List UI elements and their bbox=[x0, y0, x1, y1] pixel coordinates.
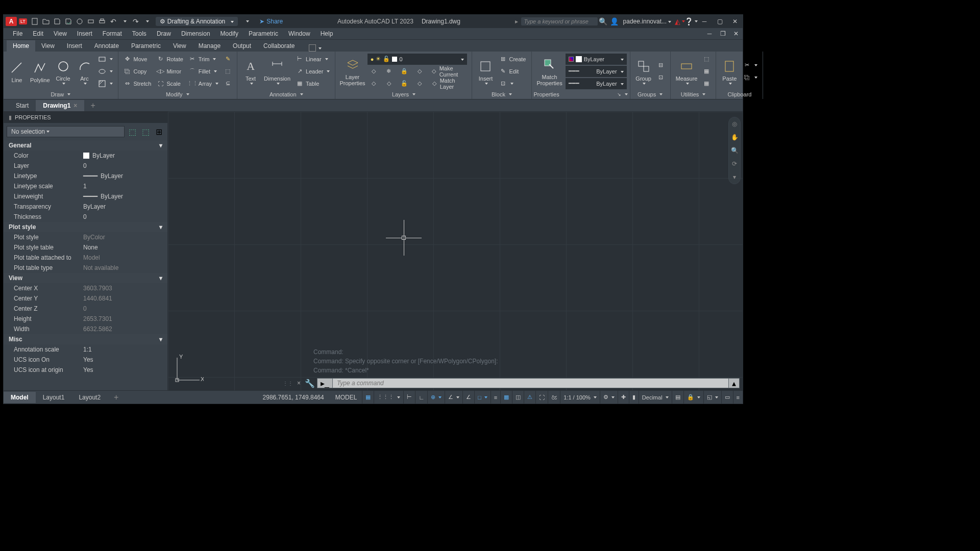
layer-uniso-icon[interactable]: ◇ bbox=[413, 78, 426, 89]
open-icon[interactable] bbox=[40, 16, 52, 27]
nav-zoom-icon[interactable]: 🔍 bbox=[730, 146, 739, 155]
clean-screen-icon[interactable]: ▭ bbox=[721, 391, 733, 404]
properties-titlebar[interactable]: ▮PROPERTIES bbox=[4, 112, 167, 123]
cmdline-close-icon[interactable]: × bbox=[297, 380, 301, 387]
layouttab-layout2[interactable]: Layout2 bbox=[71, 392, 108, 403]
layer-on-icon[interactable]: ◇ bbox=[368, 78, 380, 89]
dimension-button[interactable]: Dimension bbox=[262, 57, 292, 86]
lineweight-toggle[interactable]: ≡ bbox=[491, 391, 500, 404]
layouttab-layout1[interactable]: Layout1 bbox=[36, 392, 72, 403]
ribbontab-view2[interactable]: View bbox=[167, 40, 192, 52]
linear-button[interactable]: ⊢Linear bbox=[293, 54, 332, 65]
prop-plottype[interactable]: Plot table typeNot available bbox=[4, 263, 167, 273]
infer-toggle[interactable]: ⊢ bbox=[403, 391, 415, 404]
layer-unlock-icon[interactable]: 🔓 bbox=[398, 78, 410, 89]
line-button[interactable]: Line bbox=[7, 59, 27, 84]
workspace-dropdown[interactable]: ⚙Drafting & Annotation bbox=[156, 17, 238, 26]
help-icon[interactable]: ❔ bbox=[685, 16, 697, 27]
clipcopy-icon[interactable]: ⿻ bbox=[741, 72, 760, 83]
prop-transparency[interactable]: TransparencyByLayer bbox=[4, 202, 167, 212]
prop-ucson[interactable]: UCS icon OnYes bbox=[4, 355, 167, 365]
prop-width[interactable]: Width6632.5862 bbox=[4, 324, 167, 334]
stretch-button[interactable]: ⇔Stretch bbox=[121, 78, 154, 89]
undo-dropdown[interactable] bbox=[119, 16, 130, 27]
cmdline-customize-icon[interactable]: 🔧 bbox=[305, 379, 315, 388]
layer-freeze-icon[interactable]: ❄ bbox=[383, 66, 395, 77]
table-button[interactable]: ▦Table bbox=[293, 78, 332, 89]
ortho-toggle[interactable]: ∟ bbox=[415, 391, 427, 404]
ribbontab-collaborate[interactable]: Collaborate bbox=[257, 40, 301, 52]
hardware-accel-icon[interactable]: ▮ bbox=[629, 391, 639, 404]
prop-plotstyle[interactable]: Plot styleByColor bbox=[4, 232, 167, 242]
prop-linetype[interactable]: Linetype━━━━ByLayer bbox=[4, 171, 167, 181]
linetype-dropdown[interactable]: ━━━ByLayer bbox=[566, 66, 627, 77]
cmdline-handle-icon[interactable]: ⋮⋮ bbox=[283, 381, 293, 386]
menu-format[interactable]: Format bbox=[97, 30, 127, 37]
group-button[interactable]: Group bbox=[633, 57, 654, 86]
isolate-objects-icon[interactable]: ◱ bbox=[703, 391, 721, 404]
layer-iso-icon[interactable]: ◇ bbox=[413, 66, 426, 77]
scale-button[interactable]: ⛶Scale bbox=[154, 78, 185, 89]
make-current-button[interactable]: ◇Make Current bbox=[429, 66, 469, 77]
measure-button[interactable]: Measure bbox=[674, 57, 700, 86]
nav-orbit-icon[interactable]: ⟳ bbox=[730, 159, 739, 168]
menu-window[interactable]: Window bbox=[283, 30, 315, 37]
drawing-canvas[interactable]: Y X Command: Command: Specify opposite c… bbox=[168, 112, 743, 390]
panel-draw-title[interactable]: Draw bbox=[6, 90, 116, 99]
block-attr-button[interactable]: ⊡ bbox=[497, 78, 528, 89]
prop-centerx[interactable]: Center X3603.7903 bbox=[4, 283, 167, 293]
ribbontab-annotate[interactable]: Annotate bbox=[88, 40, 125, 52]
cut-icon[interactable]: ✂ bbox=[741, 60, 760, 71]
rotate-button[interactable]: ↻Rotate bbox=[154, 54, 185, 65]
menu-tools[interactable]: Tools bbox=[127, 30, 152, 37]
match-layer-button[interactable]: ◇Match Layer bbox=[429, 78, 469, 89]
prop-ltscale[interactable]: Linetype scale1 bbox=[4, 181, 167, 191]
polar-toggle[interactable]: ⊕ bbox=[427, 391, 445, 404]
new-icon[interactable] bbox=[29, 16, 40, 27]
move-button[interactable]: ✥Move bbox=[121, 54, 154, 65]
panel-annotation-title[interactable]: Annotation bbox=[239, 90, 333, 99]
arc-button[interactable]: Arc bbox=[75, 57, 95, 86]
match-properties-button[interactable]: Match Properties bbox=[535, 56, 565, 87]
customize-status-icon[interactable]: ≡ bbox=[733, 391, 743, 404]
user-menu[interactable]: padee.innovat... bbox=[623, 18, 671, 25]
qat-customize[interactable] bbox=[241, 16, 252, 27]
nav-pan-icon[interactable]: ✋ bbox=[730, 133, 739, 142]
ribbontab-featured[interactable] bbox=[306, 44, 325, 52]
search-box[interactable]: Type a keyword or phrase bbox=[521, 17, 598, 26]
menu-help[interactable]: Help bbox=[315, 30, 338, 37]
panel-layers-title[interactable]: Layers bbox=[337, 90, 470, 99]
nav-wheel-icon[interactable]: ◎ bbox=[730, 119, 739, 129]
redo-icon[interactable]: ↷ bbox=[130, 16, 141, 27]
filetab-drawing1[interactable]: Drawing1× bbox=[36, 100, 84, 111]
menu-parametric[interactable]: Parametric bbox=[243, 30, 283, 37]
otrack-toggle[interactable]: ∠ bbox=[462, 391, 474, 404]
print-icon[interactable] bbox=[96, 16, 108, 27]
panel-modify-title[interactable]: Modify bbox=[120, 90, 235, 99]
paste-button[interactable]: Paste bbox=[719, 57, 740, 86]
menu-dimension[interactable]: Dimension bbox=[176, 30, 215, 37]
prop-lineweight[interactable]: Lineweight━━━━ByLayer bbox=[4, 191, 167, 202]
prop-annoscale[interactable]: Annotation scale1:1 bbox=[4, 344, 167, 355]
rectangle-button[interactable] bbox=[96, 54, 115, 65]
lock-ui-icon[interactable]: 🔒 bbox=[683, 391, 703, 404]
annotation-visibility-icon[interactable]: ✚ bbox=[618, 391, 629, 404]
transparency-toggle[interactable]: ▩ bbox=[500, 391, 512, 404]
group-edit-icon[interactable]: ⊡ bbox=[655, 72, 667, 83]
erase-button[interactable]: ✎ bbox=[222, 54, 234, 65]
minimize-button[interactable]: ─ bbox=[697, 16, 712, 27]
edit-block-button[interactable]: ✎Edit bbox=[497, 66, 528, 77]
layer-properties-button[interactable]: Layer Properties bbox=[338, 56, 366, 87]
nav-show-icon[interactable]: ▾ bbox=[730, 172, 739, 182]
menu-insert[interactable]: Insert bbox=[72, 30, 97, 37]
fillet-button[interactable]: ⌒Fillet bbox=[186, 66, 220, 77]
close-button[interactable]: ✕ bbox=[727, 16, 743, 27]
section-general[interactable]: General▾ bbox=[4, 140, 167, 151]
ellipse-button[interactable] bbox=[96, 66, 115, 77]
ribbontab-view[interactable]: View bbox=[35, 40, 61, 52]
units-display[interactable]: Decimal bbox=[639, 391, 672, 404]
doc-minimize-button[interactable]: ─ bbox=[703, 30, 716, 37]
coordinates-display[interactable]: 2986.7651, 1749.8464 bbox=[257, 394, 330, 401]
hatch-button[interactable] bbox=[96, 78, 115, 89]
filetab-start[interactable]: Start bbox=[9, 100, 36, 111]
